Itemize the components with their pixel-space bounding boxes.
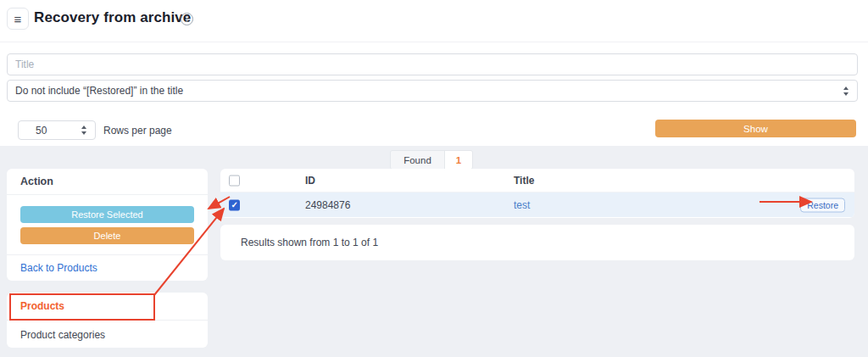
delete-button[interactable]: Delete — [20, 227, 194, 244]
action-panel-title: Action — [7, 169, 208, 195]
column-header-id: ID — [305, 175, 315, 187]
filter-section: Do not include “[Restored]” in the title… — [0, 42, 868, 146]
column-header-title: Title — [514, 175, 534, 187]
action-panel: Action Restore Selected Delete Back to P… — [7, 169, 208, 281]
found-tab-group: Found 1 — [390, 150, 473, 170]
page-title: Recovery from archive — [34, 9, 191, 26]
select-updown-icon — [81, 126, 87, 135]
select-updown-icon — [843, 86, 849, 96]
entity-nav-panel: Products Product categories — [7, 293, 208, 348]
rows-per-page-value: 50 — [36, 125, 47, 137]
tab-found[interactable]: Found — [391, 151, 445, 169]
row-checkbox[interactable] — [229, 199, 240, 210]
row-id-cell: 24984876 — [305, 199, 350, 211]
results-summary-text: Results shown from 1 to 1 of 1 — [241, 237, 378, 248]
action-buttons: Restore Selected Delete — [7, 195, 208, 254]
results-summary-panel: Results shown from 1 to 1 of 1 — [220, 225, 854, 260]
row-restore-button[interactable]: Restore — [800, 198, 845, 212]
found-count-badge[interactable]: 1 — [445, 151, 472, 169]
title-search-input[interactable] — [7, 53, 858, 75]
nav-item-product-categories[interactable]: Product categories — [7, 321, 208, 349]
rows-per-page-select[interactable]: 50 — [18, 120, 96, 140]
select-all-checkbox[interactable] — [229, 175, 240, 186]
show-button[interactable]: Show — [655, 120, 856, 137]
restored-filter-selected-value: Do not include “[Restored]” in the title — [15, 85, 843, 97]
restore-selected-button[interactable]: Restore Selected — [20, 206, 194, 223]
hamburger-icon: ≡ — [14, 12, 22, 26]
back-to-products-link[interactable]: Back to Products — [20, 262, 97, 274]
restored-filter-select[interactable]: Do not include “[Restored]” in the title — [7, 80, 858, 102]
row-title-link[interactable]: test — [514, 199, 530, 211]
header-bar: ≡ Recovery from archive i — [0, 0, 868, 42]
back-link-row: Back to Products — [7, 254, 208, 281]
table-row[interactable]: 24984876 test Restore — [220, 192, 854, 217]
results-table: ID Title 24984876 test Restore — [220, 169, 854, 218]
rows-per-page-label: Rows per page — [103, 125, 172, 137]
nav-item-products[interactable]: Products — [7, 293, 208, 321]
recovery-from-archive-page: ≡ Recovery from archive i Do not include… — [0, 0, 868, 357]
hamburger-menu-button[interactable]: ≡ — [7, 8, 29, 30]
info-icon[interactable]: i — [181, 13, 193, 25]
table-header-row: ID Title — [220, 169, 854, 192]
